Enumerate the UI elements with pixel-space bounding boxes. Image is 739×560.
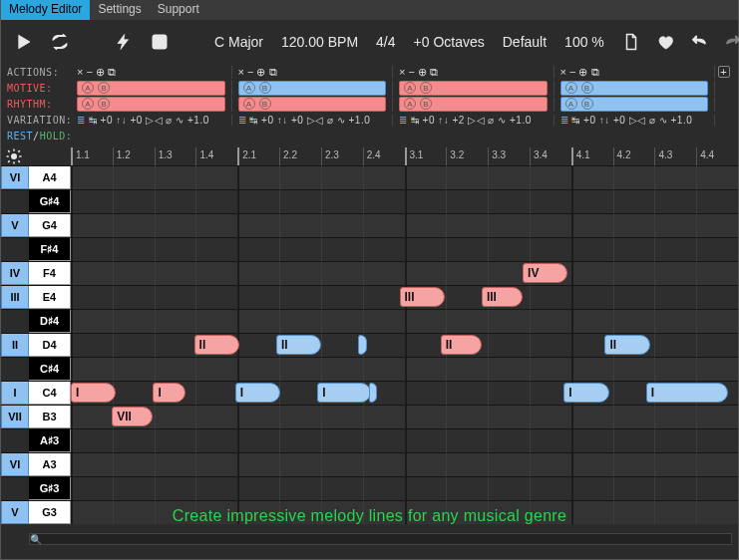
rhythm-slot-1[interactable]: AB: [238, 97, 387, 112]
roman-key[interactable]: V: [1, 214, 29, 237]
piano-key[interactable]: C4: [29, 382, 71, 405]
note-block[interactable]: III: [400, 287, 445, 307]
note-grid[interactable]: IVIIIIIIIIIIIIIIIIIIIIVII: [71, 165, 738, 524]
octave-display[interactable]: +0 Octaves: [414, 34, 485, 50]
ruler-tick: 4.4: [696, 147, 738, 165]
note-block[interactable]: II: [194, 335, 239, 355]
roman-key[interactable]: VI: [1, 453, 29, 476]
variation-controls-2[interactable]: ≣ ↹ +0 ↑↓ +2 ▷◁ ⌀ ∿ +1.0: [392, 115, 554, 126]
timeline-ruler: 1.11.21.31.42.12.22.32.43.13.23.33.44.14…: [1, 147, 738, 165]
variation-controls-1[interactable]: ≣ ↹ +0 ↑↓ +0 ▷◁ ⌀ ∿ +1.0: [231, 115, 393, 126]
note-block[interactable]: IV: [523, 263, 567, 283]
preset-display[interactable]: Default: [503, 34, 547, 50]
note-block[interactable]: II: [441, 335, 482, 355]
note-block[interactable]: II: [276, 335, 321, 355]
note-block[interactable]: VII: [112, 407, 153, 426]
piano-key[interactable]: C♯4: [29, 358, 71, 381]
tab-melody-editor[interactable]: Melody Editor: [1, 0, 90, 20]
variation-controls-0[interactable]: ≣ ↹ +0 ↑↓ +0 ▷◁ ⌀ ∿ +1.0: [71, 115, 231, 126]
piano-key[interactable]: G4: [29, 214, 71, 237]
flash-icon[interactable]: [115, 33, 133, 51]
roman-key[interactable]: [1, 477, 29, 500]
timesig-display[interactable]: 4/4: [376, 34, 395, 50]
heart-icon[interactable]: [656, 33, 674, 51]
label-variation: VARIATION:: [7, 115, 71, 126]
piano-key[interactable]: A4: [29, 166, 71, 189]
note-block[interactable]: [358, 335, 366, 355]
piano-key[interactable]: E4: [29, 286, 71, 309]
menu-bar: Melody Editor Settings Support: [1, 0, 738, 20]
piano-key[interactable]: D4: [29, 334, 71, 357]
roman-key[interactable]: [1, 238, 29, 261]
note-block[interactable]: I: [563, 383, 608, 403]
horizontal-scrollbar[interactable]: 🔍: [29, 533, 732, 545]
section-actions-0[interactable]: × − ⊕ ⧉: [71, 66, 231, 79]
new-file-icon[interactable]: [622, 33, 640, 51]
roman-key[interactable]: [1, 310, 29, 333]
note-block[interactable]: II: [604, 335, 649, 355]
piano-key[interactable]: F4: [29, 262, 71, 285]
piano-key[interactable]: D♯4: [29, 310, 71, 333]
piano-key[interactable]: G♯4: [29, 190, 71, 213]
variation-controls-3[interactable]: ≣ ↹ +0 ↑↓ +0 ▷◁ ⌀ ∿ +1.0: [554, 115, 715, 126]
roman-key[interactable]: VII: [1, 406, 29, 428]
motive-slot-0[interactable]: AB: [77, 81, 225, 96]
ruler-tick: 1.1: [71, 147, 113, 165]
note-block[interactable]: I: [317, 383, 371, 403]
ruler-tick: 1.4: [195, 147, 237, 165]
zoom-out-icon[interactable]: 🔍: [30, 534, 42, 545]
ruler-tick: 4.2: [613, 147, 655, 165]
piano-key[interactable]: A3: [29, 453, 71, 476]
label-rhythm: RHYTHM:: [7, 99, 71, 110]
motive-slot-1[interactable]: AB: [238, 81, 387, 96]
piano-key[interactable]: A♯3: [29, 429, 71, 452]
roman-key[interactable]: VI: [1, 166, 29, 189]
piano-key[interactable]: G3: [29, 501, 71, 524]
roman-key[interactable]: I: [1, 382, 29, 405]
key-display[interactable]: C Major: [214, 34, 263, 50]
section-actions-1[interactable]: × − ⊕ ⧉: [231, 66, 393, 79]
roman-key[interactable]: [1, 358, 29, 381]
ruler-tick: 2.4: [363, 147, 405, 165]
main-toolbar: C Major 120.00 BPM 4/4 +0 Octaves Defaul…: [1, 20, 738, 64]
tab-settings[interactable]: Settings: [90, 0, 149, 20]
note-block[interactable]: [369, 383, 377, 403]
piano-keys: VIA4G♯4VG4F♯4IVF4IIIE4D♯4IID4C♯4IC4VIIB3…: [1, 165, 71, 524]
roman-key[interactable]: [1, 429, 29, 452]
play-icon[interactable]: [15, 33, 33, 51]
rhythm-slot-0[interactable]: AB: [77, 97, 225, 112]
ruler-tick: 2.3: [321, 147, 363, 165]
note-block[interactable]: III: [482, 287, 523, 307]
rhythm-slot-3[interactable]: AB: [560, 97, 709, 112]
tab-support[interactable]: Support: [150, 0, 207, 20]
note-block[interactable]: I: [235, 383, 280, 403]
note-block[interactable]: I: [646, 383, 728, 403]
ruler-tick: 1.3: [155, 147, 196, 165]
section-actions-3[interactable]: × − ⊕ ⧉: [554, 66, 715, 79]
piano-key[interactable]: B3: [29, 406, 71, 428]
redo-icon[interactable]: [724, 33, 739, 51]
loop-icon[interactable]: [51, 33, 69, 51]
gear-icon[interactable]: [5, 147, 23, 165]
undo-icon[interactable]: [690, 33, 708, 51]
add-section-button[interactable]: +: [714, 66, 732, 79]
roman-key[interactable]: II: [1, 334, 29, 357]
roman-key[interactable]: IV: [1, 262, 29, 285]
motive-slot-2[interactable]: AB: [399, 81, 548, 96]
roman-key[interactable]: V: [1, 501, 29, 524]
zoom-display[interactable]: 100 %: [564, 34, 604, 50]
piano-key[interactable]: F♯4: [29, 238, 71, 261]
rhythm-slot-2[interactable]: AB: [399, 97, 548, 112]
piano-roll: VIA4G♯4VG4F♯4IVF4IIIE4D♯4IID4C♯4IC4VIIB3…: [1, 165, 738, 524]
svg-point-4: [162, 44, 164, 46]
piano-key[interactable]: G♯3: [29, 477, 71, 500]
note-block[interactable]: I: [71, 383, 116, 403]
roman-key[interactable]: III: [1, 286, 29, 309]
tempo-display[interactable]: 120.00 BPM: [281, 34, 358, 50]
dice-icon[interactable]: [151, 33, 169, 51]
roman-key[interactable]: [1, 190, 29, 213]
note-block[interactable]: I: [153, 383, 185, 403]
ruler-tick: 3.2: [446, 147, 488, 165]
motive-slot-3[interactable]: AB: [560, 81, 709, 96]
section-actions-2[interactable]: × − ⊕ ⧉: [392, 66, 554, 79]
